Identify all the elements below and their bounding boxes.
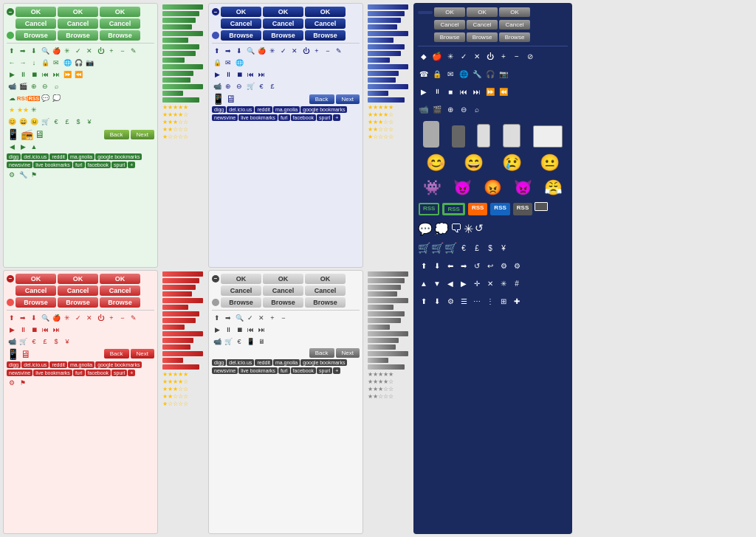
gray-ok-btn-1[interactable]: OK (221, 274, 261, 284)
d-nav-left[interactable]: ◀ (444, 277, 456, 289)
r-newsvine[interactable]: newsvine (7, 370, 32, 376)
red-back-btn[interactable]: Back (104, 349, 129, 358)
b-next-m[interactable]: ⏭ (256, 69, 267, 80)
b-search[interactable]: 🔍 (245, 46, 255, 56)
d-next-media[interactable]: ⏭ (471, 86, 483, 97)
d-nav-right[interactable]: ▶ (458, 277, 470, 289)
pause-icon[interactable]: ⏸ (18, 69, 28, 80)
d-cart-2[interactable]: 🛒 (431, 242, 443, 254)
green-browse-btn-1[interactable]: Browse (16, 30, 56, 41)
r-livebm[interactable]: live bookmarks (33, 370, 72, 376)
r-minus[interactable]: − (117, 313, 128, 323)
digg-btn[interactable]: digg (7, 153, 21, 160)
g-newsvine[interactable]: newsvine (212, 367, 238, 374)
g-next-m[interactable]: ⏭ (256, 325, 267, 335)
play-icon[interactable]: ▶ (7, 69, 17, 80)
blue-cancel-btn-3[interactable]: Cancel (305, 18, 346, 29)
zoom-in-icon[interactable]: ⊕ (29, 81, 39, 91)
d-down-circle[interactable]: ⬇ (431, 260, 443, 271)
b-mail[interactable]: ✉ (223, 58, 233, 68)
green-cancel-btn-1[interactable]: Cancel (16, 18, 56, 29)
green-cancel-btn-3[interactable]: Cancel (100, 18, 140, 29)
g-search[interactable]: 🔍 (234, 313, 244, 323)
b-magnolia[interactable]: ma.gnolia (273, 106, 300, 113)
gray-browse-btn-2[interactable]: Browse (263, 297, 303, 308)
nav-right-icon[interactable]: ▶ (18, 142, 28, 152)
prev-icon[interactable]: ⏮ (40, 69, 50, 80)
livebm-btn[interactable]: live bookmarks (33, 162, 72, 168)
green-back-btn[interactable]: Back (104, 130, 129, 139)
facebook-btn[interactable]: facebook (86, 162, 111, 168)
blue-minus-icon[interactable]: − (212, 8, 219, 15)
nav-up-icon[interactable]: ▲ (29, 142, 39, 152)
d-stop[interactable]: ■ (444, 86, 456, 97)
b-furl[interactable]: furl (278, 114, 290, 121)
d-gear[interactable]: ⚙ (498, 260, 509, 271)
red-cancel-btn-2[interactable]: Cancel (58, 285, 98, 296)
r-pause[interactable]: ⏸ (18, 325, 28, 335)
red-ok-btn-2[interactable]: OK (58, 274, 98, 284)
d-cart-1[interactable]: 🛒 (418, 242, 430, 254)
green-minus-icon[interactable]: − (7, 8, 14, 15)
d-nav-up[interactable]: ▲ (418, 277, 430, 289)
d-minus-sm[interactable]: − (511, 50, 523, 62)
reddit-btn[interactable]: reddit (49, 153, 67, 160)
blue-cancel-btn-2[interactable]: Cancel (263, 18, 303, 29)
rp-browse-3[interactable]: Browse (499, 32, 530, 42)
red-browse-btn-1[interactable]: Browse (16, 297, 56, 308)
r-furl[interactable]: furl (73, 370, 85, 376)
b-spurl[interactable]: spurl (317, 114, 332, 121)
ff-icon[interactable]: ⏩ (62, 69, 72, 80)
r-reddit[interactable]: reddit (49, 361, 67, 368)
furl-btn[interactable]: furl (73, 162, 85, 168)
r-delicious[interactable]: del.icio.us (21, 361, 49, 368)
d-cart-3[interactable]: 🛒 (444, 242, 456, 254)
rp-ok-3[interactable]: OK (499, 7, 530, 17)
r-search[interactable]: 🔍 (40, 313, 50, 323)
g-google-bm[interactable]: google bookmarks (300, 359, 347, 366)
d-gear-2[interactable]: ⚙ (444, 295, 456, 307)
d-settings-3[interactable]: ☰ (458, 295, 470, 307)
r-cart[interactable]: 🛒 (18, 336, 28, 347)
blue-cancel-btn-1[interactable]: Cancel (221, 18, 261, 29)
b-add[interactable]: + (333, 114, 340, 121)
rp-cancel-1[interactable]: Cancel (434, 20, 465, 30)
r-facebook[interactable]: facebook (86, 370, 111, 376)
settings-icon[interactable]: ⚙ (7, 170, 17, 180)
b-pause[interactable]: ⏸ (223, 69, 233, 80)
red-browse-btn-3[interactable]: Browse (100, 297, 140, 308)
g-pause[interactable]: ⏸ (223, 325, 233, 335)
rp-browse-2[interactable]: Browse (467, 32, 498, 42)
b-google-bm[interactable]: google bookmarks (300, 106, 347, 113)
red-ok-btn-3[interactable]: OK (100, 274, 140, 284)
r-pencil[interactable]: ✎ (128, 313, 139, 323)
d-plus[interactable]: + (498, 50, 509, 62)
green-browse-btn-3[interactable]: Browse (100, 30, 140, 41)
g-add[interactable]: + (333, 367, 340, 374)
d-rew[interactable]: ⏪ (498, 86, 509, 97)
green-cancel-btn-2[interactable]: Cancel (58, 18, 98, 29)
gray-browse-btn-1[interactable]: Browse (221, 297, 261, 308)
d-play[interactable]: ▶ (418, 86, 430, 97)
b-cart[interactable]: 🛒 (245, 81, 255, 91)
gray-cancel-btn-2[interactable]: Cancel (263, 285, 303, 296)
add-btn[interactable]: + (128, 162, 135, 168)
gray-ok-btn-3[interactable]: OK (305, 274, 346, 284)
d-power[interactable]: ⏻ (484, 50, 496, 62)
b-pencil[interactable]: ✎ (334, 46, 344, 56)
b-zoom-out[interactable]: ⊖ (234, 81, 244, 91)
gray-ok-btn-2[interactable]: OK (263, 274, 303, 284)
rew-icon[interactable]: ⏪ (73, 69, 83, 80)
plus-icon[interactable]: + (106, 46, 117, 56)
b-play[interactable]: ▶ (212, 69, 222, 80)
zoom-out-icon[interactable]: ⊖ (40, 81, 50, 91)
gray-cancel-btn-3[interactable]: Cancel (305, 285, 346, 296)
gray-browse-btn-3[interactable]: Browse (305, 297, 346, 308)
b-plus[interactable]: + (312, 46, 322, 56)
red-minus-icon[interactable]: − (7, 275, 14, 283)
search-icon[interactable]: 🔍 (40, 46, 50, 56)
b-minus[interactable]: − (323, 46, 333, 56)
gray-back-btn[interactable]: Back (309, 348, 334, 358)
blue-ok-btn-2[interactable]: OK (263, 7, 303, 17)
rp-cancel-2[interactable]: Cancel (467, 20, 498, 30)
